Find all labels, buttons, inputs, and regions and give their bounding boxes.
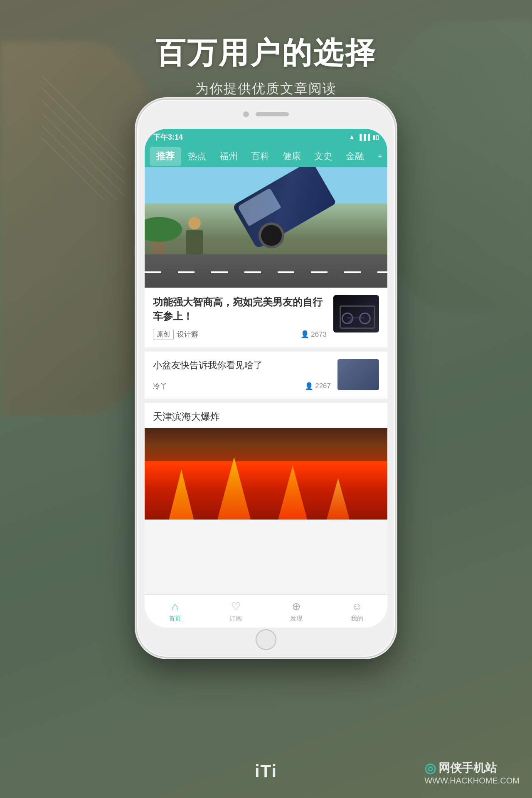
tab-finance[interactable]: 金融 [339,147,371,166]
person-head [188,217,201,229]
search-icon: ⊕ [292,600,301,613]
phone-screen: 下午3:14 ▲ ▐▐▐ ▮▯ 推荐 热点 福州 百科 健康 文史 金融 + [145,129,387,628]
read-count-small: 👤 2267 [305,382,331,391]
large-article-image [145,428,387,520]
tab-more[interactable]: + [371,148,387,165]
article-card-large[interactable]: 天津滨海大爆炸 [145,403,387,520]
tab-home-label: 首页 [169,615,181,623]
article-title-small: 小盆友快告诉我你看见啥了 [153,359,331,372]
article-meta-small: 冷丫 👤 2267 [153,382,331,391]
tab-discover[interactable]: ⊕ 发现 [266,600,327,623]
watermark-logo: ◎ 网侠手机站 [424,760,520,776]
article-text-small: 小盆友快告诉我你看见啥了 冷丫 👤 2267 [153,359,331,391]
app-label: iTi [255,761,277,781]
bottom-tabbar: ⌂ 首页 ♡ 订阅 ⊕ 发现 ☺ 我的 [145,594,387,628]
person-icon: 👤 [300,330,309,339]
author-small: 冷丫 [153,382,167,391]
watermark-symbol: ◎ [424,760,436,776]
header-area: 百万用户的选择 为你提供优质文章阅读 [0,33,532,98]
time-display: 下午3:14 [153,132,183,142]
camera-dot [243,111,249,117]
tab-discover-label: 发现 [290,615,303,623]
diag-line [42,112,125,200]
article-thumb-featured [333,295,379,332]
hero-scene [145,167,387,288]
tab-profile-label: 我的 [351,615,363,623]
bike-wheel-front [359,313,371,324]
article-title-large: 天津滨海大爆炸 [145,403,387,428]
road [145,254,387,288]
user-icon: ☺ [352,600,363,613]
bookmark-icon: ♡ [231,600,241,613]
phone-body: 下午3:14 ▲ ▐▐▐ ▮▯ 推荐 热点 福州 百科 健康 文史 金融 + [137,100,395,657]
phone-mockup: 下午3:14 ▲ ▐▐▐ ▮▯ 推荐 热点 福州 百科 健康 文史 金融 + [137,100,395,657]
tab-subscribe-label: 订阅 [229,615,242,623]
bike-frame [347,318,365,318]
home-button[interactable] [256,629,276,650]
bike-chain [347,319,352,325]
person-icon-small: 👤 [305,382,313,391]
status-bar: 下午3:14 ▲ ▐▐▐ ▮▯ [145,129,387,145]
tab-hot[interactable]: 热点 [181,147,213,166]
road-lines [145,271,387,273]
smoke-overlay [145,428,387,461]
tab-home[interactable]: ⌂ 首页 [145,600,205,623]
tab-fuzhou[interactable]: 福州 [213,147,244,166]
speaker-bar [256,112,289,116]
card-divider-1 [145,347,387,352]
person-body [186,230,203,255]
watermark: ◎ 网侠手机站 WWW.HACKHOME.COM [424,760,520,786]
phone-top [243,111,289,117]
thumb-bike-image [333,295,379,332]
bike-wheel-back [342,313,353,324]
home-icon: ⌂ [172,600,178,613]
hero-car [232,167,337,249]
hero-image [145,167,387,288]
tab-baike[interactable]: 百科 [244,147,276,166]
tab-subscribe[interactable]: ♡ 订阅 [205,600,266,623]
tab-health[interactable]: 健康 [276,147,308,166]
article-text-featured: 功能强大智商高，宛如完美男友的自行车参上！ 原创 设计癖 👤 2673 [153,295,327,340]
main-title: 百万用户的选择 [0,33,532,73]
article-thumb-small [337,359,379,390]
article-card-featured[interactable]: 功能强大智商高，宛如完美男友的自行车参上！ 原创 设计癖 👤 2673 [145,288,387,347]
article-meta-featured: 原创 设计癖 👤 2673 [153,329,327,340]
diag-line [42,125,125,200]
nav-tabs[interactable]: 推荐 热点 福州 百科 健康 文史 金融 + [145,145,387,167]
thumb-scene-image [337,359,379,390]
tab-history[interactable]: 文史 [308,147,339,166]
author-name: 设计癖 [177,330,198,339]
card-divider-2 [145,399,387,403]
tab-recommended[interactable]: 推荐 [150,147,181,166]
status-icons: ▲ ▐▐▐ ▮▯ [348,133,379,141]
bike-silhouette [342,303,371,324]
tag-original: 原创 [153,329,174,340]
signal-icon: ▐▐▐ [357,134,370,140]
sub-title: 为你提供优质文章阅读 [0,80,532,98]
battery-icon: ▮▯ [372,134,379,140]
article-title-featured: 功能强大智商高，宛如完美男友的自行车参上！ [153,295,327,323]
wifi-icon: ▲ [348,133,355,141]
watermark-url: WWW.HACKHOME.COM [424,776,520,786]
read-count-featured: 👤 2673 [300,330,327,339]
tab-profile[interactable]: ☺ 我的 [327,600,387,623]
article-card-small[interactable]: 小盆友快告诉我你看见啥了 冷丫 👤 2267 [145,352,387,399]
